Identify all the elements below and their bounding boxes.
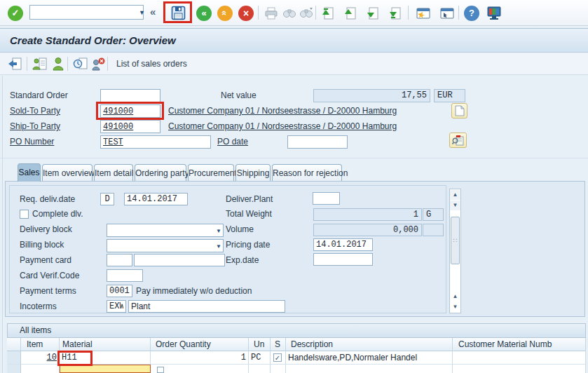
exit-button[interactable]: « [216, 4, 234, 22]
tab-item-detail[interactable]: Item detail [94, 164, 133, 181]
column-header-selector[interactable] [7, 338, 21, 351]
tab-procurement[interactable]: Procurement [188, 164, 234, 181]
column-header-order-quantity[interactable]: Order Quantity [151, 338, 249, 351]
ship-to-customer-link[interactable]: Customer Company 01 / Nordseestrasse / D… [168, 120, 397, 133]
description-cell[interactable]: Handelsware,PD,Normaler Handel [286, 351, 453, 365]
customer-material-cell[interactable] [453, 351, 586, 365]
ship-to-party-label[interactable]: Ship-To Party [10, 120, 60, 133]
un-cell[interactable]: PC [249, 351, 271, 365]
item-cell[interactable] [21, 365, 60, 373]
sold-to-party-label[interactable]: Sold-To Party [10, 104, 60, 118]
incoterms-text-input[interactable] [128, 300, 285, 313]
complete-dlv-checkbox[interactable] [20, 210, 29, 219]
list-of-sales-orders-button[interactable]: List of sales orders [112, 56, 191, 72]
tab-sales[interactable]: Sales [18, 163, 41, 182]
delivery-block-combo[interactable]: ▼ [107, 224, 224, 237]
find-next-button[interactable] [297, 4, 315, 22]
checkmark-icon: ✓ [275, 354, 280, 362]
item-cell[interactable]: 10 [21, 351, 60, 365]
req-deliv-date-input[interactable] [124, 193, 188, 205]
payment-terms-input[interactable] [107, 285, 132, 297]
create-shortcut-button[interactable] [436, 4, 457, 22]
header-details-button[interactable] [72, 56, 89, 72]
last-page-button[interactable] [387, 4, 405, 22]
total-weight-field: 1 [313, 208, 422, 221]
column-header-material[interactable]: Material [60, 338, 151, 351]
create-shortcut-icon [438, 6, 455, 20]
cell-checkbox[interactable] [157, 367, 164, 373]
deliver-plant-input[interactable] [313, 192, 340, 205]
first-page-button[interactable] [320, 4, 338, 22]
next-page-button[interactable] [364, 4, 383, 22]
order-quantity-cell[interactable]: 1 [151, 351, 249, 365]
scroll-up-icon[interactable]: ▲ [450, 190, 460, 200]
po-number-input[interactable] [100, 135, 211, 149]
tab-item-overview[interactable]: Item overview [42, 164, 93, 181]
tab-ordering-party[interactable]: Ordering party [135, 164, 186, 181]
document-clock-icon [73, 57, 88, 71]
display-sold-to-button[interactable] [32, 56, 48, 72]
sold-to-customer-link[interactable]: Customer Company 01 / Nordseestrasse / D… [168, 104, 397, 118]
collapse-command-icon[interactable]: « [150, 6, 156, 18]
display-customer-button[interactable] [50, 56, 67, 72]
document-flow-button[interactable] [6, 56, 23, 72]
search-document-icon [452, 135, 464, 146]
customer-material-cell[interactable] [453, 365, 586, 373]
print-button[interactable] [262, 4, 280, 22]
customer-block-button[interactable] [90, 56, 107, 72]
description-cell[interactable] [286, 365, 453, 373]
scroll-up-icon[interactable]: ▲ [450, 292, 460, 301]
req-deliv-date-type-input[interactable] [100, 193, 114, 205]
row-selector[interactable] [7, 365, 21, 373]
tab-reason-for-rejection[interactable]: Reason for rejection [272, 164, 342, 181]
column-header-description[interactable]: Description [286, 338, 453, 351]
sales-panel-scrollbar[interactable]: ▲ ▼ ∷ ▲ ▼ [449, 189, 461, 313]
standard-order-input[interactable] [100, 89, 160, 102]
delivery-block-label: Delivery block [20, 223, 72, 236]
toolbar-separator [408, 6, 409, 20]
po-date-label[interactable]: PO date [217, 135, 248, 149]
order-quantity-cell[interactable] [151, 365, 249, 373]
payment-card-type-input[interactable] [107, 254, 132, 266]
annotation-box-material [57, 351, 93, 366]
search-documents-button[interactable] [449, 133, 467, 148]
tab-shipping[interactable]: Shipping [235, 164, 271, 181]
scroll-down-icon[interactable]: ▼ [450, 302, 460, 312]
pricing-date-input[interactable] [313, 238, 373, 251]
s-cell [271, 365, 286, 373]
payment-terms-label: Payment terms [20, 285, 76, 298]
back-button[interactable]: « [195, 4, 213, 22]
po-number-label[interactable]: PO Number [10, 135, 54, 149]
column-header-item[interactable]: Item [21, 338, 60, 351]
toolbar-separator [107, 57, 108, 71]
incoterms-label: Incoterms [20, 300, 57, 313]
card-verif-code-input[interactable] [107, 269, 143, 282]
enter-check-icon: ✓ [8, 6, 23, 21]
billing-block-combo[interactable]: ▼ [107, 239, 224, 252]
create-document-button[interactable] [451, 103, 467, 118]
command-input[interactable] [30, 6, 139, 18]
command-dropdown-icon[interactable]: ▼ [139, 9, 145, 16]
print-icon [264, 7, 278, 20]
previous-page-button[interactable] [342, 4, 360, 22]
customize-layout-button[interactable] [484, 4, 505, 22]
po-date-input[interactable] [287, 135, 348, 149]
scrollbar-thumb[interactable]: ∷ [451, 217, 460, 264]
payment-card-number-input[interactable] [134, 254, 225, 266]
column-header-s[interactable]: S [271, 338, 286, 351]
new-session-button[interactable] [412, 4, 433, 22]
find-button[interactable] [280, 4, 299, 22]
row-selector[interactable] [7, 351, 21, 365]
un-cell[interactable] [249, 365, 271, 373]
exp-date-input[interactable] [313, 253, 373, 266]
column-header-un[interactable]: Un [249, 338, 271, 351]
cancel-button[interactable]: × [237, 4, 255, 22]
s-checkbox[interactable]: ✓ [273, 353, 282, 362]
incoterms-input[interactable] [107, 300, 126, 313]
card-verif-code-label: Card Verif.Code [20, 269, 79, 283]
help-button[interactable]: ? [463, 4, 481, 22]
enter-button[interactable]: ✓ [6, 4, 25, 22]
column-header-customer-material[interactable]: Customer Material Numb [453, 338, 586, 351]
ship-to-party-input[interactable] [100, 120, 160, 133]
scroll-down-icon[interactable]: ▼ [450, 201, 460, 210]
